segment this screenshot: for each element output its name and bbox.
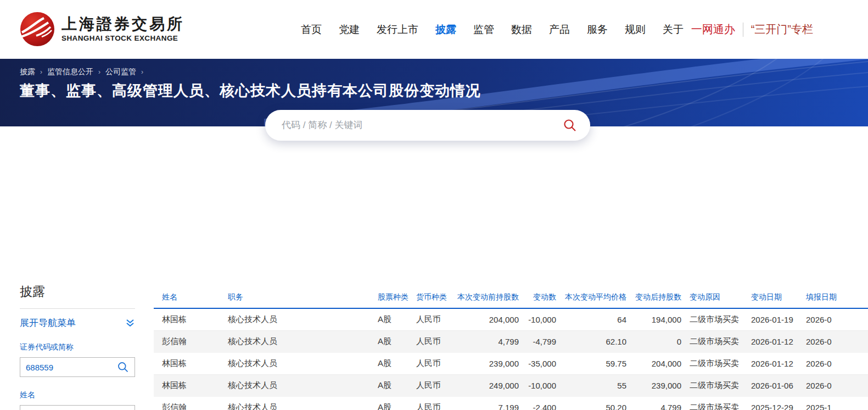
breadcrumb: 披露›监管信息公开›公司监管› <box>20 67 143 77</box>
logo-chinese-name: 上海證券交易所 <box>61 16 184 33</box>
column-header-change_date: 变动日期 <box>751 286 806 308</box>
cell-shares_after: 204,000 <box>626 352 681 374</box>
code-filter-box <box>20 357 135 377</box>
nav-item-党建[interactable]: 党建 <box>339 23 360 37</box>
table-row: 林国栋核心技术人员A股人民币239,000-35,00059.75204,000… <box>154 352 868 374</box>
cell-reason: 二级市场买卖 <box>681 308 751 330</box>
column-header-shares_after: 变动后持股数 <box>626 286 681 308</box>
cell-name: 林国栋 <box>154 352 228 374</box>
nav-item-首页[interactable]: 首页 <box>301 23 322 37</box>
cell-shares_after: 4,799 <box>626 396 681 410</box>
search-icon[interactable] <box>563 118 577 132</box>
cell-currency: 人民币 <box>416 352 457 374</box>
nav-item-发行上市[interactable]: 发行上市 <box>377 23 418 37</box>
column-header-currency: 货币种类 <box>416 286 457 308</box>
nav-item-披露[interactable]: 披露 <box>435 23 456 37</box>
cell-change_date: 2026-01-19 <box>751 308 806 330</box>
cell-stock_type: A股 <box>378 308 416 330</box>
cell-shares_before: 239,000 <box>457 352 519 374</box>
column-header-title: 职务 <box>228 286 378 308</box>
nav-item-服务[interactable]: 服务 <box>587 23 608 37</box>
breadcrumb-link[interactable]: 披露 <box>20 67 35 77</box>
cell-name: 彭信翰 <box>154 396 228 410</box>
cell-title: 核心技术人员 <box>228 352 378 374</box>
nav-item-关于[interactable]: 关于 <box>663 23 684 37</box>
cell-shares_before: 7,199 <box>457 396 519 410</box>
cell-shares_after: 239,000 <box>626 374 681 396</box>
breadcrumb-link[interactable]: 公司监管 <box>105 67 136 77</box>
breadcrumb-separator: › <box>141 68 143 76</box>
link-yiwangtongban[interactable]: 一网通办 <box>691 22 735 37</box>
cell-stock_type: A股 <box>378 374 416 396</box>
cell-stock_type: A股 <box>378 330 416 352</box>
cell-currency: 人民币 <box>416 374 457 396</box>
sse-logo[interactable]: 上海證券交易所 SHANGHAI STOCK EXCHANGE <box>20 12 184 47</box>
global-search-bar <box>265 110 590 141</box>
column-header-stock_type: 股票种类 <box>378 286 416 308</box>
cell-title: 核心技术人员 <box>228 374 378 396</box>
search-input[interactable] <box>282 120 563 131</box>
cell-avg_price: 62.10 <box>556 330 626 352</box>
code-search-icon[interactable] <box>117 361 129 373</box>
cell-shares_after: 194,000 <box>626 308 681 330</box>
nav-item-产品[interactable]: 产品 <box>549 23 570 37</box>
cell-report_date: 2026-0 <box>806 330 868 352</box>
breadcrumb-separator: › <box>98 68 100 76</box>
cell-avg_price: 64 <box>556 308 626 330</box>
table-row: 林国栋核心技术人员A股人民币249,000-10,00055239,000二级市… <box>154 374 868 396</box>
site-header: 上海證券交易所 SHANGHAI STOCK EXCHANGE 首页党建发行上市… <box>0 0 868 59</box>
cell-avg_price: 55 <box>556 374 626 396</box>
column-header-report_date: 填报日期 <box>806 286 868 308</box>
cell-title: 核心技术人员 <box>228 330 378 352</box>
cell-change: -10,000 <box>519 374 556 396</box>
name-filter-box <box>20 405 135 410</box>
sse-logo-icon <box>20 12 55 47</box>
nav-item-数据[interactable]: 数据 <box>511 23 532 37</box>
breadcrumb-link[interactable]: 监管信息公开 <box>47 67 93 77</box>
cell-change_date: 2026-01-06 <box>751 374 806 396</box>
cell-report_date: 2026-0 <box>806 352 868 374</box>
cell-title: 核心技术人员 <box>228 396 378 410</box>
link-sankaimen-column[interactable]: “三开门”专栏 <box>751 22 813 37</box>
cell-report_date: 2026-0 <box>806 308 868 330</box>
expand-nav-menu[interactable]: 展开导航菜单 <box>20 317 135 329</box>
page-title: 董事、监事、高级管理人员、核心技术人员持有本公司股份变动情况 <box>20 81 481 101</box>
cell-avg_price: 50.20 <box>556 396 626 410</box>
cell-change: -4,799 <box>519 330 556 352</box>
cell-change_date: 2025-12-29 <box>751 396 806 410</box>
cell-currency: 人民币 <box>416 330 457 352</box>
cell-change: -35,000 <box>519 352 556 374</box>
cell-reason: 二级市场买卖 <box>681 396 751 410</box>
column-header-shares_before: 本次变动前持股数 <box>457 286 519 308</box>
nav-item-规则[interactable]: 规则 <box>625 23 646 37</box>
sidebar: 披露 展开导航菜单 证券代码或简称 姓名 板块 全部板块 <box>20 283 135 410</box>
cell-title: 核心技术人员 <box>228 308 378 330</box>
code-filter-input[interactable] <box>26 363 117 372</box>
column-header-change: 变动数 <box>519 286 556 308</box>
header-links-divider <box>743 23 743 37</box>
cell-name: 林国栋 <box>154 308 228 330</box>
cell-report_date: 2026-0 <box>806 374 868 396</box>
column-header-name: 姓名 <box>154 286 228 308</box>
cell-stock_type: A股 <box>378 396 416 410</box>
column-header-reason: 变动原因 <box>681 286 751 308</box>
table-row: 林国栋核心技术人员A股人民币204,000-10,00064194,000二级市… <box>154 308 868 330</box>
logo-english-name: SHANGHAI STOCK EXCHANGE <box>61 34 184 42</box>
main-nav: 首页党建发行上市披露监管数据产品服务规则关于 <box>301 0 684 59</box>
cell-shares_after: 0 <box>626 330 681 352</box>
table-row: 彭信翰核心技术人员A股人民币4,799-4,79962.100二级市场买卖202… <box>154 330 868 352</box>
cell-name: 彭信翰 <box>154 330 228 352</box>
cell-change_date: 2026-01-12 <box>751 352 806 374</box>
cell-avg_price: 59.75 <box>556 352 626 374</box>
cell-reason: 二级市场买卖 <box>681 352 751 374</box>
breadcrumb-separator: › <box>40 68 42 76</box>
cell-shares_before: 204,000 <box>457 308 519 330</box>
header-quick-links: 一网通办 “三开门”专栏 <box>691 0 813 59</box>
name-filter-label: 姓名 <box>20 390 135 400</box>
shareholding-change-table: 姓名职务股票种类货币种类本次变动前持股数变动数本次变动平均价格变动后持股数变动原… <box>154 286 868 410</box>
cell-change: -2,400 <box>519 396 556 410</box>
table-row: 彭信翰核心技术人员A股人民币7,199-2,40050.204,799二级市场买… <box>154 396 868 410</box>
nav-item-监管[interactable]: 监管 <box>473 23 494 37</box>
cell-change: -10,000 <box>519 308 556 330</box>
sidebar-title: 披露 <box>20 283 135 300</box>
